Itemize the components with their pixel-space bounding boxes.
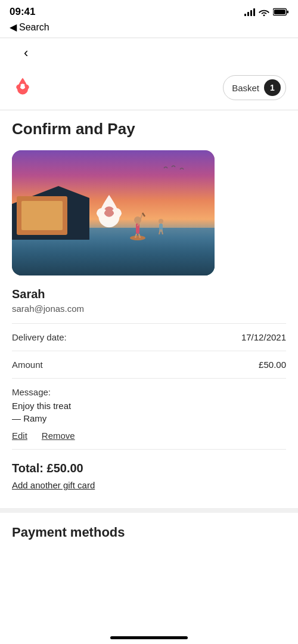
message-from: — Ramy [12, 413, 286, 423]
add-gift-card-link[interactable]: Add another gift card [12, 480, 95, 490]
recipient-section: Sarah sarah@jonas.com [12, 287, 286, 314]
delivery-date-value: 17/12/2021 [241, 332, 286, 342]
message-text: Enjoy this treat [12, 401, 286, 411]
home-indicator [110, 636, 188, 639]
total-label: Total: £50.00 [12, 462, 286, 475]
back-button[interactable]: ‹ [12, 41, 40, 66]
payment-title: Payment methods [12, 525, 286, 540]
svg-point-3 [130, 236, 145, 240]
back-arrow-icon: ◀ [10, 21, 17, 33]
delivery-date-label: Delivery date: [12, 332, 67, 342]
main-content: Confirm and Pay [0, 110, 298, 450]
edit-button[interactable]: Edit [12, 431, 27, 441]
battery-icon [273, 8, 288, 16]
delivery-date-row: Delivery date: 17/12/2021 [12, 323, 286, 351]
basket-label: Basket [232, 83, 259, 93]
actions-row: Edit Remove [12, 431, 286, 441]
recipient-email: sarah@jonas.com [12, 304, 286, 314]
basket-count: 1 [264, 79, 281, 96]
back-label: Search [19, 22, 49, 33]
svg-line-7 [142, 213, 145, 216]
paddleboarder-person1 [129, 208, 146, 241]
payment-section: Payment methods [0, 508, 298, 540]
status-bar: 09:41 [0, 0, 298, 20]
status-time: 09:41 [10, 6, 35, 18]
recipient-name: Sarah [12, 287, 286, 301]
amount-value: £50.00 [259, 360, 286, 370]
basket-button[interactable]: Basket 1 [223, 75, 286, 100]
signal-icon [244, 8, 255, 16]
svg-rect-1 [287, 11, 288, 13]
back-nav: ◀ Search [0, 20, 298, 38]
header: Basket 1 [0, 66, 298, 110]
amount-row: Amount £50.00 [12, 351, 286, 379]
paddleboarder-person2 [156, 218, 166, 239]
page-title: Confirm and Pay [12, 120, 286, 138]
svg-rect-2 [274, 10, 285, 14]
amount-label: Amount [12, 360, 43, 370]
message-label: Message: [12, 387, 286, 397]
message-section: Message: Enjoy this treat — Ramy Edit Re… [12, 379, 286, 450]
gift-card-image [12, 150, 215, 275]
svg-point-10 [159, 219, 163, 224]
remove-button[interactable]: Remove [42, 431, 75, 441]
airbnb-logo [12, 76, 33, 100]
wifi-icon [259, 8, 269, 16]
status-icons [244, 8, 288, 16]
details-section: Delivery date: 17/12/2021 Amount £50.00 … [12, 323, 286, 450]
total-section: Total: £50.00 Add another gift card [0, 450, 298, 502]
birds-icon [161, 162, 197, 174]
gift-card-logo [88, 191, 130, 235]
